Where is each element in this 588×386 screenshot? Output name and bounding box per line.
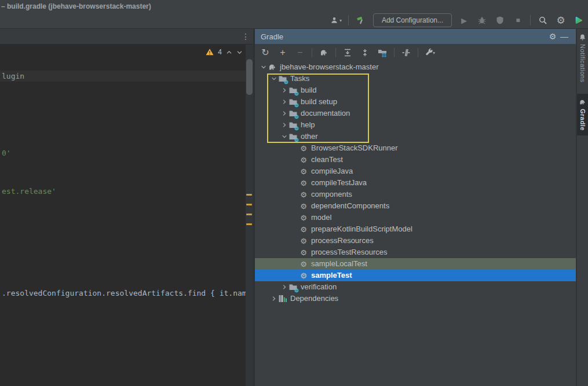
tree-row-tasks[interactable]: ⚙Tasks <box>255 73 576 84</box>
remove-icon[interactable]: − <box>294 47 306 58</box>
stop-icon[interactable]: ■ <box>512 14 524 26</box>
folder-gear-icon: ⚙ <box>278 74 287 83</box>
chevron-right-icon[interactable] <box>270 294 278 303</box>
settings-gear-icon[interactable]: ⚙ <box>555 14 567 26</box>
library-icon <box>278 294 287 303</box>
warning-stripe-mark <box>246 223 252 225</box>
group-tasks-icon[interactable] <box>377 47 388 58</box>
folder-gear-icon: ⚙ <box>288 109 298 118</box>
chevron-right-icon[interactable] <box>280 120 288 130</box>
tree-item-label: other <box>301 131 318 142</box>
tree-row-build-setup[interactable]: ⚙build setup <box>255 96 576 108</box>
gear-icon: ⚙ <box>299 225 308 234</box>
tree-row-dependencies[interactable]: Dependencies <box>255 293 576 304</box>
search-icon[interactable] <box>537 14 549 26</box>
add-icon[interactable]: + <box>277 47 288 58</box>
chevron-down-icon[interactable] <box>270 74 278 83</box>
tree-item-label: sampleLocalTest <box>311 258 367 270</box>
tree-item-label: dependentComponents <box>311 200 389 212</box>
gradle-task-tree: jbehave-browserstack-master⚙Tasks⚙build⚙… <box>255 61 576 304</box>
tree-item-label: documentation <box>301 108 350 119</box>
next-warning-chevron-down-icon[interactable] <box>236 49 243 56</box>
build-hammer-icon[interactable] <box>355 14 367 26</box>
panel-settings-gear-icon[interactable]: ⚙ <box>547 31 558 42</box>
tree-row-processtestresources[interactable]: ⚙processTestResources <box>255 247 576 258</box>
folder-gear-icon: ⚙ <box>288 86 298 95</box>
tree-row-samplelocaltest[interactable]: ⚙sampleLocalTest <box>255 258 576 270</box>
expand-all-icon[interactable] <box>342 47 353 58</box>
gradle-tool-window: Gradle ⚙ — ↻+−▾ jbehave-browserstack-mas… <box>255 29 576 386</box>
tree-row-model[interactable]: ⚙model <box>255 212 576 223</box>
tree-row-components[interactable]: ⚙components <box>255 189 576 200</box>
chevron-right-icon[interactable] <box>280 97 288 106</box>
gear-icon: ⚙ <box>299 155 308 164</box>
tree-row-build[interactable]: ⚙build <box>255 84 576 96</box>
tree-row-cleantest[interactable]: ⚙cleanTest <box>255 154 576 166</box>
code-line: est.release' <box>2 187 56 196</box>
warning-icon <box>206 48 214 56</box>
tree-item-label: compileTestJava <box>311 177 367 189</box>
gear-icon: ⚙ <box>299 190 308 199</box>
ide-window: – build.gradle (jbehave-browserstack-mas… <box>0 0 588 386</box>
warning-stripe-mark <box>246 194 252 196</box>
refresh-icon[interactable]: ↻ <box>260 47 271 58</box>
more-options-icon[interactable]: ⋮ <box>242 32 250 41</box>
collapse-all-icon[interactable] <box>359 47 371 58</box>
tree-row-other[interactable]: ⚙other <box>255 131 576 142</box>
coverage-icon[interactable] <box>494 14 506 26</box>
tree-row-compilejava[interactable]: ⚙compileJava <box>255 166 576 177</box>
profile-icon[interactable]: ▾ <box>330 14 342 26</box>
tree-row-dependentcomponents[interactable]: ⚙dependentComponents <box>255 200 576 212</box>
wrench-dropdown-icon[interactable]: ▾ <box>424 47 436 58</box>
gear-icon: ⚙ <box>299 236 308 245</box>
tree-item-label: help <box>301 119 315 131</box>
chevron-right-icon[interactable] <box>280 282 288 292</box>
stripe-button-gradle[interactable]: Gradle <box>577 94 588 135</box>
editor-scrollbar-track[interactable] <box>246 45 253 386</box>
chevron-down-icon[interactable] <box>260 63 268 72</box>
run-icon[interactable]: ▶ <box>458 14 470 26</box>
gear-icon: ⚙ <box>299 178 308 188</box>
minimize-panel-icon[interactable]: — <box>558 31 570 42</box>
tree-row-compiletestjava[interactable]: ⚙compileTestJava <box>255 177 576 189</box>
tree-row-documentation[interactable]: ⚙documentation <box>255 108 576 119</box>
chevron-right-icon[interactable] <box>280 86 288 95</box>
tree-item-label: model <box>311 212 331 223</box>
code-line: 0' <box>2 149 11 157</box>
chevron-down-icon[interactable] <box>280 132 288 141</box>
tree-row-jbehave-browserstack-master[interactable]: jbehave-browserstack-master <box>255 61 576 73</box>
chevron-placeholder <box>291 155 299 164</box>
code-line: lugin <box>2 72 24 80</box>
toolbar-separator <box>312 48 312 57</box>
editor-canvas[interactable]: ⋮ lugin 0' est.release' .resolvedConfigu… <box>0 29 253 386</box>
prev-warning-chevron-up-icon[interactable] <box>226 49 232 56</box>
elephant-icon <box>268 63 277 72</box>
chevron-placeholder <box>291 178 299 188</box>
chevron-placeholder <box>291 213 299 222</box>
warning-stripe-mark <box>246 204 252 205</box>
tree-item-label: build <box>301 84 316 96</box>
editor-scrollbar-thumb[interactable] <box>246 59 253 95</box>
tree-row-sampletest[interactable]: ⚙sampleTest <box>255 270 576 281</box>
tree-row-verification[interactable]: ⚙verification <box>255 281 576 293</box>
elephant-icon[interactable] <box>318 47 330 58</box>
toggle-offline-icon[interactable] <box>400 47 412 58</box>
tree-row-help[interactable]: ⚙help <box>255 119 576 131</box>
debug-icon[interactable] <box>476 14 488 26</box>
current-line-highlight <box>0 71 253 82</box>
folder-gear-icon: ⚙ <box>288 120 298 130</box>
tree-item-label: prepareKotlinBuildScriptModel <box>311 223 412 235</box>
add-configuration-button[interactable]: Add Configuration... <box>373 13 452 27</box>
tree-row-preparekotlinbuildscriptmodel[interactable]: ⚙prepareKotlinBuildScriptModel <box>255 223 576 235</box>
tree-row-processresources[interactable]: ⚙processResources <box>255 235 576 247</box>
folder-gear-icon: ⚙ <box>288 97 298 106</box>
toolbar-separator <box>394 48 395 57</box>
inspection-widget: 4 <box>206 48 243 56</box>
chevron-placeholder <box>291 236 299 245</box>
stripe-button-notifications[interactable]: Notifications <box>577 29 588 87</box>
colorful-plugin-icon[interactable] <box>573 14 585 26</box>
tree-item-label: Dependencies <box>290 293 338 304</box>
warning-stripe-mark <box>246 214 252 215</box>
tree-row-browserstacksdkrunner[interactable]: ⚙BrowserStackSDKRunner <box>255 142 576 154</box>
chevron-right-icon[interactable] <box>280 109 288 118</box>
